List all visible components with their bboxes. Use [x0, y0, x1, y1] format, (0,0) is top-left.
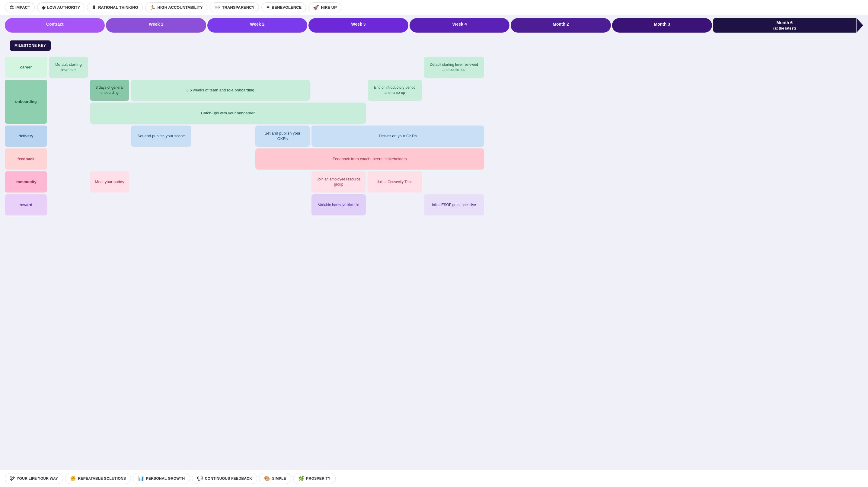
timeline-week1[interactable]: Week 1 [106, 18, 206, 33]
benevolence-icon: ✦ [266, 4, 270, 10]
nav-label-benevolence: BENEVOLENCE [272, 5, 302, 10]
timeline-arrow [857, 18, 863, 33]
bottom-item-repeatable[interactable]: ✊ REPEATABLE SOLUTIONS [65, 473, 131, 484]
nav-label-impact: IMPACT [16, 5, 30, 10]
transparency-icon: 👓 [214, 4, 220, 10]
row-label-delivery: delivery [5, 126, 47, 147]
nav-item-rational-thinking[interactable]: ⏸ RATIONAL THINKING [87, 3, 143, 12]
community-empty-3 [193, 171, 253, 193]
timeline-month2[interactable]: Month 2 [511, 18, 611, 33]
bottom-label-your-life: YOUR LIFE YOUR WAY [17, 477, 58, 481]
nav-label-high-accountability: HIGH ACCOUNTABILITY [158, 5, 203, 10]
row-label-feedback: feedback [5, 149, 47, 170]
bottom-item-personal-growth[interactable]: 📊 PERSONAL GROWTH [133, 473, 190, 484]
simple-icon: 🎨 [264, 476, 270, 481]
bottom-navigation: 🕊 YOUR LIFE YOUR WAY ✊ REPEATABLE SOLUTI… [0, 469, 868, 487]
timeline-week2[interactable]: Week 2 [207, 18, 307, 33]
row-label-career: career [5, 57, 47, 78]
career-empty-2 [131, 57, 191, 78]
row-label-community: community [5, 171, 47, 193]
delivery-okrs: Set and publish your OKRs [255, 126, 310, 147]
timeline-week3[interactable]: Week 3 [308, 18, 408, 33]
onboarding-team-role: 3.5 weeks of team and role onboarding [131, 80, 310, 101]
onboarding-empty-contract [49, 80, 88, 101]
career-cell-contract: Default starting level set [49, 57, 88, 78]
bottom-label-continuous-feedback: CONTINUOUS FEEDBACK [205, 477, 252, 481]
reward-empty-3 [131, 194, 191, 216]
delivery-deliver-okrs: Deliver on your OKRs [311, 126, 484, 147]
reward-empty-5 [255, 194, 310, 216]
onboarding-catchups: Catch-ups with your onboarder [90, 103, 366, 124]
hire-up-icon: 🚀 [313, 4, 319, 10]
nav-item-hire-up[interactable]: 🚀 HIRE UP [308, 2, 341, 12]
onboarding-empty-month6 [424, 80, 484, 101]
community-erg: Join an employee resource group [311, 171, 366, 193]
your-life-icon: 🕊 [10, 476, 15, 481]
continuous-feedback-icon: 💬 [197, 476, 203, 481]
row-label-onboarding: onboarding [5, 80, 47, 124]
main-board: career Default starting level set Defaul… [0, 57, 868, 218]
onboarding-empty-month2 [311, 80, 366, 101]
nav-label-hire-up: HIRE UP [321, 5, 337, 10]
timeline-month6[interactable]: Month 6(at the latest) [713, 18, 856, 33]
timeline-contract[interactable]: Contract [5, 18, 105, 33]
community-buddy: Meet your buddy [90, 171, 129, 193]
career-empty-4 [255, 57, 310, 78]
top-navigation: ⚖ IMPACT ◆ LOW AUTHORITY ⏸ RATIONAL THIN… [0, 0, 868, 15]
reward-empty-2 [90, 194, 129, 216]
feedback-empty-2 [90, 149, 129, 170]
milestone-key-label: MILESTONE KEY [10, 40, 51, 51]
repeatable-icon: ✊ [70, 476, 76, 481]
bottom-item-prosperity[interactable]: 🌿 PROSPERITY [293, 473, 336, 484]
feedback-main: Feedback from coach, peers, stakeholders [255, 149, 484, 170]
bottom-item-simple[interactable]: 🎨 SIMPLE [259, 473, 291, 484]
career-cell-month6: Default starting level reviewed and conf… [424, 57, 484, 78]
reward-empty-4 [193, 194, 253, 216]
onboarding-end-intro: End of introductory period and ramp-up [368, 80, 422, 101]
bottom-label-personal-growth: PERSONAL GROWTH [146, 477, 185, 481]
career-empty-1 [90, 57, 129, 78]
high-accountability-icon: 🏃 [150, 4, 156, 10]
nav-label-low-authority: LOW AUTHORITY [47, 5, 80, 10]
community-empty-4 [255, 171, 310, 193]
career-empty-3 [193, 57, 253, 78]
bottom-item-your-life[interactable]: 🕊 YOUR LIFE YOUR WAY [5, 473, 63, 484]
low-authority-icon: ◆ [42, 4, 45, 10]
onboarding2-empty-contract [49, 103, 88, 124]
feedback-empty-4 [193, 149, 253, 170]
bottom-label-repeatable: REPEATABLE SOLUTIONS [78, 477, 126, 481]
prosperity-icon: 🌿 [298, 476, 304, 481]
onboarding-general: 3 days of general onboarding [90, 80, 129, 101]
row-label-reward: reward [5, 194, 47, 216]
delivery-empty-3 [193, 126, 253, 147]
feedback-empty-3 [131, 149, 191, 170]
timeline-week4[interactable]: Week 4 [409, 18, 509, 33]
community-empty-5 [424, 171, 484, 193]
nav-item-impact[interactable]: ⚖ IMPACT [5, 2, 35, 12]
nav-label-transparency: TRANSPARENCY [222, 5, 254, 10]
feedback-empty-1 [49, 149, 88, 170]
bottom-item-continuous-feedback[interactable]: 💬 CONTINUOUS FEEDBACK [192, 473, 257, 484]
nav-item-transparency[interactable]: 👓 TRANSPARENCY [210, 2, 259, 12]
nav-label-rational-thinking: RATIONAL THINKING [98, 5, 138, 10]
reward-empty-1 [49, 194, 88, 216]
community-empty-1 [49, 171, 88, 193]
timeline-month3[interactable]: Month 3 [612, 18, 712, 33]
impact-icon: ⚖ [9, 4, 13, 10]
bottom-label-prosperity: PROSPERITY [306, 477, 330, 481]
community-empty-2 [131, 171, 191, 193]
nav-item-benevolence[interactable]: ✦ BENEVOLENCE [261, 2, 306, 12]
delivery-empty-1 [49, 126, 88, 147]
timeline-bar: Contract Week 1 Week 2 Week 3 Week 4 Mon… [0, 15, 868, 36]
onboarding2-empty-month3 [368, 103, 422, 124]
delivery-empty-2 [90, 126, 129, 147]
nav-item-low-authority[interactable]: ◆ LOW AUTHORITY [37, 2, 85, 12]
bottom-label-simple: SIMPLE [272, 477, 286, 481]
rational-thinking-icon: ⏸ [91, 5, 96, 10]
personal-growth-icon: 📊 [138, 476, 144, 481]
nav-item-high-accountability[interactable]: 🏃 HIGH ACCOUNTABILITY [145, 2, 207, 12]
delivery-scope: Set and publish your scope [131, 126, 191, 147]
community-tribe: Join a Convexity Tribe [368, 171, 422, 193]
career-empty-5 [311, 57, 366, 78]
onboarding2-empty-month6 [424, 103, 484, 124]
